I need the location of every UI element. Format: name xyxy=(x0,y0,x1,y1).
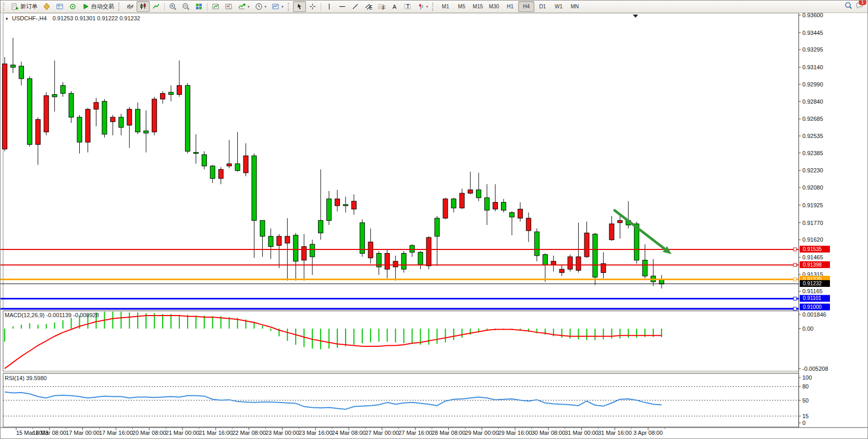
candle-body xyxy=(618,220,622,222)
toolbar-separator xyxy=(164,3,165,11)
search-icon[interactable] xyxy=(845,2,852,11)
timeframe-mn-button[interactable]: MN xyxy=(567,1,583,12)
timeframe-w1-button[interactable]: W1 xyxy=(551,1,567,12)
chart-canvas[interactable]: 0.936000.934450.932950.931400.929900.928… xyxy=(1,1,868,439)
price-tick-label: 0.91465 xyxy=(802,254,823,260)
line-chart-icon[interactable] xyxy=(150,1,163,12)
notifications-icon[interactable]: 1 xyxy=(855,2,863,11)
candle-body xyxy=(44,96,48,132)
bar-chart-icon[interactable] xyxy=(124,1,137,12)
autotrading-button[interactable]: 自动交易 xyxy=(79,1,117,12)
candle-body xyxy=(169,92,174,94)
text-label-icon[interactable]: T xyxy=(401,1,414,12)
timeframe-h1-button[interactable]: H1 xyxy=(502,1,518,12)
pane-splitter[interactable] xyxy=(3,371,799,373)
crosshair-icon[interactable] xyxy=(306,1,319,12)
new-order-button[interactable]: 新订单 xyxy=(8,1,40,12)
timeframe-h4-button[interactable]: H4 xyxy=(518,1,534,12)
zoom-out-icon[interactable] xyxy=(179,1,192,12)
candle-body xyxy=(426,237,431,266)
dropdown-caret-icon[interactable]: ▾ xyxy=(426,5,429,9)
price-tick-label: 0.91620 xyxy=(802,236,823,243)
horizontal-line-icon[interactable] xyxy=(336,1,349,12)
candle-body xyxy=(69,93,74,117)
toolbar-grip[interactable] xyxy=(288,3,291,11)
text-icon[interactable]: A xyxy=(388,1,401,12)
candle-body xyxy=(534,232,539,256)
price-badge-label: 0.91398 xyxy=(803,262,822,268)
rsi-tick-label: 15 xyxy=(802,413,809,419)
candle-body xyxy=(202,155,206,166)
price-tick-label: 0.91165 xyxy=(802,288,823,294)
cursor-icon[interactable] xyxy=(293,1,306,12)
timeframe-m1-button[interactable]: M1 xyxy=(437,1,454,12)
toolbar-grip[interactable] xyxy=(118,3,122,11)
candle-body xyxy=(568,257,572,269)
candle-body xyxy=(559,269,564,273)
zoom-out-glyph xyxy=(182,3,190,10)
price-pane[interactable] xyxy=(3,13,799,308)
candle-body xyxy=(335,199,340,206)
candle-body xyxy=(119,117,124,128)
hline-handle[interactable] xyxy=(793,278,797,281)
candle-body xyxy=(210,166,215,179)
rsi-tick-label: 50 xyxy=(802,397,809,404)
toolbar-grip[interactable] xyxy=(3,3,7,11)
equidistant-channel-icon[interactable]: E xyxy=(362,1,375,12)
candle-body xyxy=(509,212,514,217)
candle-body xyxy=(460,193,464,208)
dropdown-caret-icon[interactable]: ▾ xyxy=(282,5,284,9)
candle-body xyxy=(576,257,581,270)
rsi-tick-label: 0 xyxy=(802,420,805,426)
rsi-pane[interactable] xyxy=(3,373,799,427)
chart-shift-icon[interactable] xyxy=(222,1,235,12)
zoom-in-icon[interactable] xyxy=(166,1,179,12)
macd-pane[interactable] xyxy=(3,311,799,371)
timeframe-m30-button[interactable]: M30 xyxy=(486,1,502,12)
candle-body xyxy=(493,202,498,209)
cursor-glyph xyxy=(296,3,303,10)
candle-body xyxy=(385,254,389,270)
channel-glyph: E xyxy=(364,3,372,10)
timeframe-d1-button[interactable]: D1 xyxy=(534,1,551,12)
arrows-icon[interactable]: ▾ xyxy=(414,1,431,12)
hline-handle[interactable] xyxy=(793,297,797,300)
hline-handle[interactable] xyxy=(793,248,797,251)
price-badge-label: 0.91101 xyxy=(803,295,822,301)
time-tick-label: 31 Mar 16:00 xyxy=(598,430,632,436)
timeframe-m15-button[interactable]: M15 xyxy=(470,1,486,12)
hline-glyph xyxy=(338,3,346,10)
trendline-icon[interactable] xyxy=(349,1,362,12)
data-window-icon[interactable] xyxy=(53,1,66,12)
add-indicator-icon[interactable]: ▾ xyxy=(235,1,252,12)
market-watch-icon[interactable] xyxy=(40,1,53,12)
auto-arrange-icon[interactable] xyxy=(209,1,222,12)
candle-body xyxy=(193,153,198,154)
dropdown-caret-icon[interactable]: ▾ xyxy=(248,5,250,9)
candle-body xyxy=(102,102,107,134)
hline-handle[interactable] xyxy=(793,307,797,310)
hline-handle[interactable] xyxy=(793,264,797,267)
candle-body xyxy=(10,65,15,67)
periods-icon[interactable]: ▾ xyxy=(252,1,270,12)
candle-body xyxy=(418,252,423,265)
toolbar-grip[interactable] xyxy=(432,3,436,11)
candlestick-chart-icon[interactable] xyxy=(137,1,150,12)
candle-body xyxy=(526,218,531,231)
price-tick-label: 0.93445 xyxy=(802,30,823,36)
vertical-line-icon[interactable] xyxy=(323,1,336,12)
dropdown-caret-icon[interactable]: ▾ xyxy=(265,5,267,9)
chart-candles-glyph xyxy=(139,3,147,10)
navigator-icon[interactable] xyxy=(66,1,79,12)
fibo-glyph: F xyxy=(377,3,385,10)
candle-body xyxy=(443,199,448,218)
tile-windows-icon[interactable] xyxy=(192,1,205,12)
navigator-glyph xyxy=(69,3,77,10)
text-a-glyph: A xyxy=(390,3,398,10)
time-tick-label: 22 Mar 08:00 xyxy=(232,430,266,436)
timeframe-m5-button[interactable]: M5 xyxy=(454,1,470,12)
fibonacci-icon[interactable]: F xyxy=(375,1,388,12)
price-tick-label: 0.93140 xyxy=(802,64,823,70)
time-tick-label: 24 Mar 08:00 xyxy=(332,430,366,436)
templates-icon[interactable]: ▾ xyxy=(269,1,286,12)
